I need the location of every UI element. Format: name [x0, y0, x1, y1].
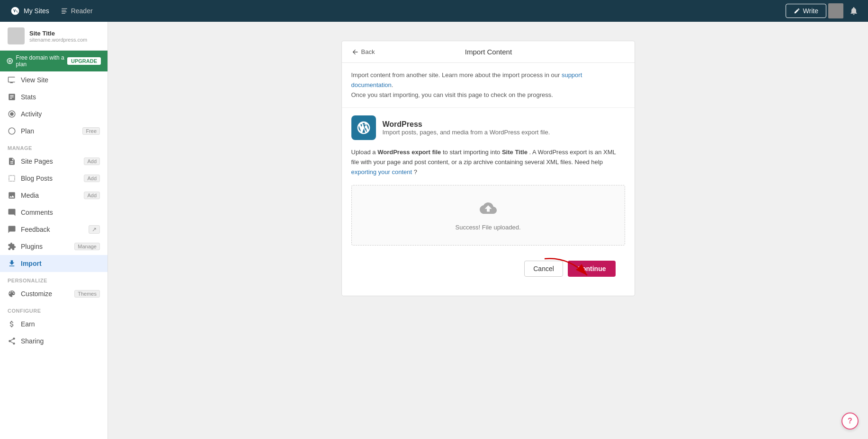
- back-arrow-icon: [351, 48, 359, 56]
- desc-after2: ?: [414, 168, 417, 176]
- wp-logo-icon: [356, 120, 371, 135]
- cloud-upload-icon: [480, 200, 497, 217]
- write-button-label: Write: [803, 7, 818, 15]
- back-link[interactable]: Back: [351, 48, 375, 56]
- sidebar-item-earn[interactable]: Earn: [0, 316, 107, 333]
- my-sites-label: My Sites: [24, 7, 49, 15]
- upgrade-button[interactable]: UPGRADE: [67, 57, 101, 65]
- svg-rect-1: [62, 10, 66, 10]
- import-card: Back Import Content Import content from …: [341, 41, 635, 296]
- media-icon: [8, 191, 16, 200]
- top-navigation: My Sites Reader Write: [0, 0, 868, 22]
- site-pages-badge[interactable]: Add: [84, 158, 100, 165]
- cancel-button[interactable]: Cancel: [524, 261, 563, 277]
- plugins-label: Plugins: [21, 243, 43, 250]
- reader-icon: [61, 7, 68, 15]
- customize-icon: [8, 290, 16, 298]
- stats-label: Stats: [21, 93, 36, 101]
- back-link-label: Back: [361, 48, 375, 55]
- page-title: Import Content: [380, 48, 596, 56]
- continue-button[interactable]: Continue: [568, 261, 616, 277]
- sidebar-item-plan[interactable]: Plan Free: [0, 123, 107, 140]
- site-url: sitename.wordpress.com: [29, 37, 100, 43]
- write-button[interactable]: Write: [786, 4, 826, 18]
- svg-rect-0: [62, 9, 67, 9]
- wp-provider-info: WordPress Import posts, pages, and media…: [383, 120, 550, 136]
- site-pages-label: Site Pages: [21, 158, 53, 165]
- desc-before: Upload a: [351, 149, 376, 156]
- site-header[interactable]: Site Title sitename.wordpress.com: [0, 22, 107, 51]
- user-avatar[interactable]: [828, 3, 843, 18]
- site-name: Site Title: [29, 30, 100, 37]
- upgrade-banner-text: Free domain with a plan: [16, 54, 67, 68]
- site-info: Site Title sitename.wordpress.com: [29, 30, 100, 43]
- import-icon: [8, 259, 16, 268]
- exporting-content-link[interactable]: exporting your content: [351, 168, 412, 176]
- sidebar-item-feedback[interactable]: Feedback ↗: [0, 221, 107, 238]
- svg-point-5: [10, 112, 14, 116]
- upgrade-banner: Free domain with a plan UPGRADE: [0, 51, 107, 71]
- sidebar-item-plugins[interactable]: Plugins Manage: [0, 238, 107, 255]
- comments-icon: [8, 208, 16, 217]
- earn-icon: [8, 320, 16, 328]
- sidebar-item-import[interactable]: Import: [0, 255, 107, 272]
- sidebar-item-sharing[interactable]: Sharing: [0, 333, 107, 350]
- my-sites-button[interactable]: My Sites: [6, 3, 54, 18]
- sidebar-item-activity[interactable]: Activity: [0, 105, 107, 123]
- intro-text-before: Import content from another site. Learn …: [351, 71, 560, 79]
- blog-posts-label: Blog Posts: [21, 175, 53, 182]
- notifications-icon: [849, 6, 859, 16]
- sidebar-item-blog-posts[interactable]: Blog Posts Add: [0, 170, 107, 187]
- notifications-button[interactable]: [845, 2, 862, 19]
- actions-container: Cancel Continue: [342, 261, 635, 296]
- blog-posts-badge[interactable]: Add: [84, 175, 100, 182]
- reader-label: Reader: [71, 7, 93, 15]
- sidebar-item-view-site[interactable]: View Site: [0, 71, 107, 88]
- view-site-label: View Site: [21, 76, 48, 84]
- sharing-label: Sharing: [21, 337, 44, 345]
- sidebar-item-media[interactable]: Media Add: [0, 187, 107, 204]
- sharing-icon: [8, 337, 16, 345]
- feedback-icon: [8, 225, 16, 234]
- plugins-badge: Manage: [74, 243, 100, 250]
- wordpress-icon: [10, 6, 20, 16]
- feedback-label: Feedback: [21, 226, 50, 233]
- sidebar-item-site-pages[interactable]: Site Pages Add: [0, 153, 107, 170]
- media-badge[interactable]: Add: [84, 192, 100, 199]
- main-content: Back Import Content Import content from …: [108, 22, 868, 439]
- upload-icon: [366, 200, 610, 220]
- manage-section-label: Manage: [0, 140, 107, 153]
- blog-posts-icon: [8, 174, 16, 183]
- sidebar-item-customize[interactable]: Customize Themes: [0, 285, 107, 302]
- reader-nav-item[interactable]: Reader: [56, 4, 98, 18]
- earn-label: Earn: [21, 320, 35, 328]
- activity-label: Activity: [21, 110, 42, 118]
- sidebar-item-comments[interactable]: Comments: [0, 204, 107, 221]
- personalize-section-label: Personalize: [0, 272, 107, 285]
- provider-name: WordPress: [383, 120, 550, 129]
- desc-bold1: WordPress export file: [377, 149, 441, 156]
- media-label: Media: [21, 192, 39, 199]
- import-actions: Cancel Continue: [351, 261, 625, 286]
- customize-badge: Themes: [74, 290, 100, 298]
- desc-middle: to start importing into: [443, 149, 502, 156]
- plan-icon: [8, 127, 16, 135]
- plan-label: Plan: [21, 127, 34, 135]
- feedback-badge: ↗: [89, 225, 100, 234]
- import-intro: Import content from another site. Learn …: [342, 63, 635, 108]
- upload-area[interactable]: Success! File uploaded.: [351, 185, 625, 246]
- site-pages-icon: [8, 157, 16, 166]
- write-icon: [794, 8, 800, 14]
- configure-section-label: Configure: [0, 302, 107, 316]
- import-label: Import: [21, 260, 42, 267]
- sidebar: Site Title sitename.wordpress.com Free d…: [0, 22, 108, 439]
- stats-icon: [8, 93, 16, 101]
- sidebar-item-stats[interactable]: Stats: [0, 88, 107, 105]
- svg-rect-3: [62, 13, 65, 14]
- plugins-icon: [8, 242, 16, 251]
- site-icon: [8, 27, 25, 44]
- help-button[interactable]: ?: [841, 413, 859, 430]
- import-description: Upload a WordPress export file to start …: [351, 148, 625, 177]
- import-card-header: Back Import Content: [342, 41, 635, 63]
- provider-subtitle: Import posts, pages, and media from a Wo…: [383, 129, 550, 136]
